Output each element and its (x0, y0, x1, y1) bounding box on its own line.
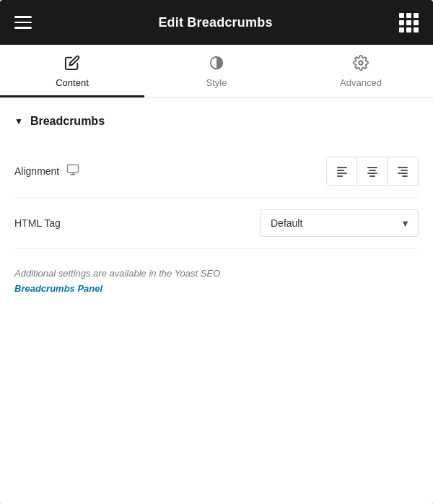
svg-rect-14 (401, 170, 408, 171)
tab-style[interactable]: Style (144, 45, 289, 97)
pencil-icon (64, 55, 80, 73)
monitor-icon[interactable] (66, 163, 79, 179)
svg-rect-10 (369, 170, 376, 171)
half-circle-icon (209, 55, 224, 73)
html-tag-row: HTML Tag Default h1 h2 h3 h4 h5 h6 p div… (14, 198, 419, 249)
breadcrumbs-panel-link[interactable]: Breadcrumbs Panel (14, 283, 102, 294)
html-tag-select-wrap: Default h1 h2 h3 h4 h5 h6 p div span ▼ (260, 209, 419, 237)
header: Edit Breadcrumbs (0, 0, 433, 45)
svg-rect-8 (337, 175, 343, 177)
tab-advanced[interactable]: Advanced (289, 45, 433, 97)
svg-rect-15 (398, 173, 408, 174)
edit-panel: Edit Breadcrumbs Content Style (0, 0, 433, 504)
info-text-block: Additional settings are available in the… (14, 266, 419, 297)
section-title: Breadcrumbs (30, 115, 105, 128)
tab-advanced-label: Advanced (340, 77, 382, 88)
align-center-button[interactable] (357, 157, 388, 185)
svg-rect-7 (337, 173, 347, 174)
apps-grid-icon[interactable] (399, 13, 419, 32)
tab-style-label: Style (206, 77, 227, 88)
html-tag-select[interactable]: Default h1 h2 h3 h4 h5 h6 p div span (260, 209, 419, 237)
svg-rect-2 (68, 165, 79, 173)
svg-point-1 (359, 61, 363, 65)
tab-content-label: Content (56, 77, 89, 88)
alignment-row: Alignment (14, 145, 419, 198)
align-left-button[interactable] (327, 157, 357, 185)
align-right-button[interactable] (388, 157, 418, 185)
tabs-bar: Content Style Advanced (0, 45, 433, 97)
alignment-label-wrap: Alignment (14, 163, 79, 179)
html-tag-label: HTML Tag (14, 217, 61, 229)
section-header: ▼ Breadcrumbs (14, 115, 419, 128)
alignment-label: Alignment (14, 165, 59, 177)
info-text-static: Additional settings are available in the… (14, 268, 220, 279)
tab-content[interactable]: Content (0, 45, 144, 97)
alignment-buttons (326, 157, 419, 186)
svg-rect-16 (402, 175, 408, 177)
hamburger-menu-icon[interactable] (14, 16, 32, 29)
section-collapse-arrow[interactable]: ▼ (14, 116, 23, 126)
svg-rect-9 (367, 167, 377, 168)
svg-rect-11 (367, 173, 377, 174)
svg-rect-12 (369, 175, 375, 177)
svg-rect-5 (337, 167, 347, 168)
panel-title: Edit Breadcrumbs (158, 15, 272, 30)
content-area: ▼ Breadcrumbs Alignment (0, 97, 433, 314)
svg-rect-13 (398, 167, 408, 168)
svg-rect-6 (337, 170, 344, 171)
gear-icon (353, 55, 369, 73)
